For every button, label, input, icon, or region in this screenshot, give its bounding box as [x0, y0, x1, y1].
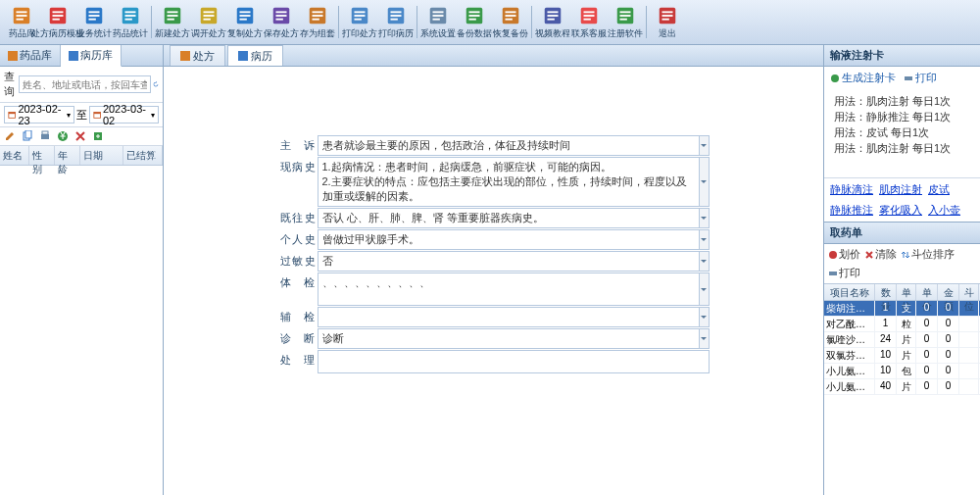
restore-button[interactable]: 恢复备份	[493, 2, 528, 42]
dropdown-icon[interactable]	[700, 328, 710, 349]
dropdown-icon[interactable]	[700, 229, 710, 250]
med-row[interactable]: 双氯芬酸钠…10片00	[824, 348, 980, 364]
mcol-amount[interactable]: 金额	[938, 284, 959, 300]
print-icon[interactable]	[39, 130, 51, 142]
tab-prescription[interactable]: 处方	[170, 45, 225, 66]
tab-medical-record[interactable]: 病历	[227, 45, 283, 66]
date-to[interactable]: 2023-03-02▾	[89, 106, 160, 124]
open-rx-button[interactable]: 调开处方	[191, 2, 226, 42]
save-draft-button[interactable]: 存为组套	[300, 2, 335, 42]
route-link[interactable]: 入小壶	[928, 203, 960, 218]
field-input[interactable]	[318, 350, 710, 373]
print-rx-icon	[349, 5, 370, 26]
usage-line: 用法：静脉推注 每日1次	[834, 109, 970, 124]
print-rx-button[interactable]: 打印处方	[342, 2, 377, 42]
rx-template-button[interactable]: 处方病历模板	[40, 2, 75, 42]
drug-stats-button[interactable]: 药品统计	[113, 2, 148, 42]
tab-drug-lib[interactable]: 药品库	[0, 45, 61, 66]
injection-card-title: 输液注射卡	[824, 45, 980, 67]
dropdown-icon[interactable]	[700, 208, 710, 228]
restore-icon	[500, 5, 521, 26]
svg-rect-75	[9, 112, 16, 114]
video-tutorial-button[interactable]: 视频教程	[535, 2, 570, 42]
exit-button[interactable]: 退出	[650, 2, 685, 42]
field-input[interactable]: 否认 心、肝、肺、脾、肾 等重要脏器疾病史。	[318, 208, 700, 228]
dropdown-icon[interactable]	[700, 157, 710, 207]
copy-rx-button[interactable]: 复制处方	[227, 2, 263, 42]
svg-rect-3	[17, 18, 24, 20]
svg-rect-51	[469, 18, 476, 20]
dropdown-icon[interactable]	[700, 272, 710, 306]
svg-rect-69	[662, 11, 673, 13]
record-form-area: 主 诉患者就诊最主要的原因，包括政治，体征及持续时间现病史1.起病情况：患者时间…	[164, 67, 823, 495]
tab-record-lib[interactable]: 病历库	[61, 45, 122, 67]
mcol-name[interactable]: 项目名称	[824, 284, 875, 300]
col-settled[interactable]: 已结算	[123, 146, 163, 165]
med-row[interactable]: 对乙酰氨基…1粒00	[824, 317, 980, 332]
clear-button[interactable]: 清除	[864, 247, 897, 262]
med-row[interactable]: 小儿氨酚黄…10包00	[824, 364, 980, 379]
route-link[interactable]: 静脉推注	[830, 203, 873, 218]
med-row[interactable]: 氯喹沙宗片24片00	[824, 332, 980, 348]
print-med-button[interactable]: 打印	[828, 266, 860, 280]
med-row[interactable]: 柴胡注射液1支00	[824, 301, 980, 317]
print-card-button[interactable]: 打印	[904, 71, 937, 85]
field-input[interactable]: 曾做过甲状腺手术。	[318, 229, 700, 250]
mcol-pos[interactable]: 斗位	[959, 284, 979, 300]
copy-icon[interactable]	[22, 130, 33, 142]
field-input[interactable]: 患者就诊最主要的原因，包括政治，体征及持续时间	[318, 135, 700, 156]
delete-icon[interactable]	[74, 130, 86, 142]
contact-icon	[578, 5, 600, 26]
date-from[interactable]: 2023-02-23▾	[4, 106, 74, 124]
price-button[interactable]: 划价	[828, 247, 860, 262]
col-age[interactable]: 年龄	[55, 146, 80, 165]
med-row[interactable]: 小儿氨酚黄…40片00	[824, 379, 980, 395]
svg-point-87	[831, 74, 839, 82]
field-input[interactable]: 1.起病情况：患者时间，起病缓急，前驱症状，可能的病因。 2.主要症状的特点：应…	[318, 157, 700, 207]
col-sex[interactable]: 性别	[29, 146, 55, 165]
dropdown-icon[interactable]	[700, 135, 710, 156]
svg-rect-43	[391, 18, 398, 20]
field-input[interactable]	[318, 307, 700, 327]
field-input[interactable]: 否	[318, 251, 700, 272]
search-input[interactable]	[19, 75, 151, 93]
sort-button[interactable]: 斗位排序	[901, 247, 955, 262]
refund-icon[interactable]: ¥	[57, 130, 69, 142]
print-record-button[interactable]: 打印病历	[378, 2, 414, 42]
col-date[interactable]: 日期	[80, 146, 123, 165]
gen-card-button[interactable]: 生成注射卡	[830, 71, 896, 85]
register-button[interactable]: 注册软件	[608, 2, 643, 42]
refresh-icon[interactable]	[153, 79, 159, 89]
route-link[interactable]: 静脉滴注	[830, 182, 873, 197]
field-input[interactable]: 、、、、、、、、、、	[318, 272, 700, 306]
mcol-qty[interactable]: 数量	[875, 284, 897, 300]
svg-rect-25	[240, 11, 251, 13]
form-row-5: 体 检、、、、、、、、、、	[278, 272, 710, 306]
mcol-unit[interactable]: 单位	[897, 284, 916, 300]
dropdown-icon[interactable]	[700, 307, 710, 327]
mcol-price[interactable]: 单价	[916, 284, 938, 300]
sys-settings-button[interactable]: 系统设置	[420, 2, 456, 42]
export-icon[interactable]	[92, 130, 104, 142]
dropdown-icon[interactable]	[700, 251, 710, 272]
contact-button[interactable]: 联系客服	[571, 2, 607, 42]
form-row-1: 现病史1.起病情况：患者时间，起病缓急，前驱症状，可能的病因。 2.主要症状的特…	[278, 157, 710, 207]
field-label: 现病史	[278, 157, 318, 207]
new-rx-button[interactable]: 新建处方	[155, 2, 190, 42]
save-rx-button[interactable]: 保存处方	[264, 2, 299, 42]
svg-rect-29	[276, 11, 287, 13]
svg-rect-5	[53, 11, 64, 13]
col-name[interactable]: 姓名	[0, 146, 29, 165]
search-label: 查询	[4, 70, 17, 99]
patient-grid-body[interactable]	[0, 166, 163, 495]
biz-stats-button[interactable]: 业务统计	[76, 2, 112, 42]
route-link[interactable]: 皮试	[928, 182, 950, 197]
field-input[interactable]: 诊断	[318, 328, 700, 349]
svg-rect-37	[355, 11, 366, 13]
backup-button[interactable]: 备份数据	[457, 2, 492, 42]
edit-icon[interactable]	[4, 130, 16, 142]
svg-rect-86	[238, 51, 248, 61]
svg-rect-31	[276, 18, 283, 20]
route-link[interactable]: 肌肉注射	[879, 182, 922, 197]
route-link[interactable]: 雾化吸入	[879, 203, 922, 218]
